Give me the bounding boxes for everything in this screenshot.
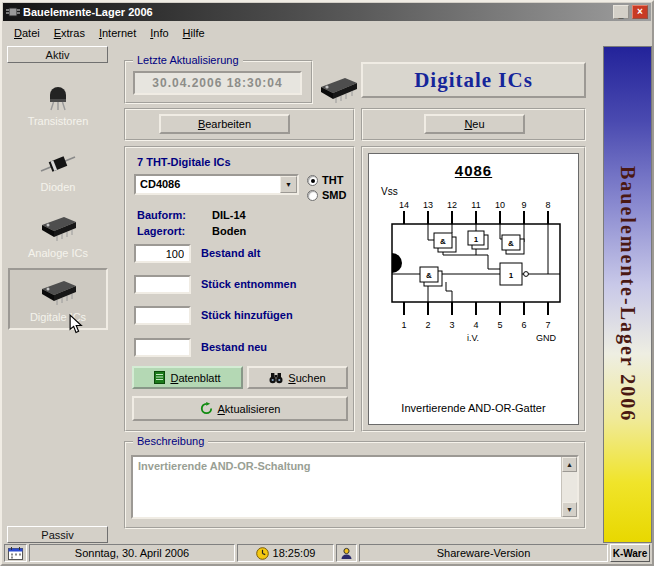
datasheet-button-label: Datenblatt [170,372,220,384]
menu-item-internet[interactable]: Internet [92,24,143,42]
radio-smd[interactable]: SMD [307,189,346,201]
dropdown-arrow-button[interactable]: ▼ [280,176,297,193]
description-group: Beschreibung Invertierende AND-OR-Schalt… [124,441,586,529]
last-update-title: Letzte Aktualisierung [133,54,243,66]
brand-label: K-Ware [613,548,648,559]
svg-text:2: 2 [425,320,430,330]
category-passive-header[interactable]: Passiv [7,526,108,543]
svg-text:8: 8 [545,200,550,210]
edit-button[interactable]: Bearbeiten [159,114,290,134]
clock-icon [256,547,269,560]
datasheet-button[interactable]: Datenblatt [132,366,243,389]
bestand-neu-label: Bestand neu [201,341,267,353]
bestand-alt-input[interactable] [134,244,191,263]
svg-text:i.V.: i.V. [466,333,478,343]
sidebar-item-label: Analoge ICs [28,247,88,259]
recycle-icon [200,402,213,415]
radio-smd-label: SMD [322,189,346,201]
scrollbar[interactable]: ▲ ▼ [561,457,577,517]
edit-group: Bearbeiten [124,108,355,141]
svg-text:1: 1 [473,235,478,244]
radio-tht[interactable]: THT [307,174,343,186]
chip-icon [315,74,361,104]
close-button[interactable]: × [632,5,648,19]
sidebar-item-analoge-ics[interactable]: Analoge ICs [8,202,108,264]
chip-icon [36,277,80,307]
svg-text:14: 14 [398,200,408,210]
new-button[interactable]: Neu [424,114,525,134]
stueck-entnommen-label: Stück entnommen [201,278,296,290]
new-group: Neu [361,108,586,141]
title-bar: Bauelemente-Lager 2006 _ × [3,3,651,21]
svg-text:GND: GND [536,333,557,343]
description-text: Invertierende AND-OR-Schaltung [133,457,577,475]
svg-text:&: & [440,237,446,246]
page-title: Digitale ICs [361,62,586,98]
chip-icon [36,213,80,243]
scroll-up-button[interactable]: ▲ [562,457,577,472]
arrow-up-icon: ▲ [566,461,573,468]
banner-text: Bauelemente-Lager 2006 [616,166,639,422]
stueck-hinzufuegen-input[interactable] [134,306,191,325]
svg-text:1: 1 [508,271,513,280]
scroll-down-button[interactable]: ▼ [562,502,577,517]
ic-caption: Invertierende AND-OR-Gatter [401,402,545,414]
menu-item-datei[interactable]: Datei [7,24,47,42]
part-select[interactable]: CD4086 ▼ [134,174,299,195]
bestand-neu-input[interactable] [134,338,191,357]
refresh-button-label: Aktualisieren [218,403,281,415]
binoculars-icon [269,372,283,384]
menu-item-hilfe[interactable]: Hilfe [176,24,212,42]
refresh-button[interactable]: Aktualisieren [132,396,348,421]
lagerort-value: Boden [212,225,246,237]
svg-text:7: 7 [545,320,550,330]
svg-text:6: 6 [521,320,526,330]
sidebar-item-digitale-ics[interactable]: Digitale ICs [8,268,108,330]
status-date-segment: Sonntag, 30. April 2006 [29,544,235,562]
sidebar-item-label: Dioden [41,181,76,193]
stueck-entnommen-input[interactable] [134,275,191,294]
mouse-cursor [68,314,84,334]
svg-text:3: 3 [449,320,454,330]
bauform-value: DIL-14 [212,209,246,221]
sidebar-item-dioden[interactable]: Dioden [8,136,108,198]
bestand-alt-label: Bestand alt [201,247,260,259]
transistor-icon [43,83,73,111]
new-button-label: Neu [464,118,484,130]
close-icon: × [637,7,643,17]
side-banner: Bauelemente-Lager 2006 [603,46,652,543]
radio-circle-checked [307,175,318,186]
menu-item-extras[interactable]: Extras [47,24,92,42]
search-button-label: Suchen [288,372,325,384]
ic-number: 4086 [455,162,492,179]
detail-group-title: 7 THT-Digitale ICs [137,156,231,168]
status-version: Shareware-Version [437,547,531,559]
svg-text:&: & [508,239,514,248]
status-time: 18:25:09 [273,547,316,559]
svg-text:13: 13 [422,200,432,210]
scrollbar-track [562,472,577,502]
app-icon [6,6,20,18]
sidebar-item-transistoren[interactable]: Transistoren [8,70,108,132]
svg-text:4: 4 [473,320,478,330]
status-calendar-segment [4,544,27,562]
menu-item-info[interactable]: Info [143,24,175,42]
datasheet-icon [154,371,165,384]
search-button[interactable]: Suchen [247,366,348,389]
app-window: Bauelemente-Lager 2006 _ × Datei Extras … [0,0,654,566]
category-active-header[interactable]: Aktiv [7,46,108,63]
description-title: Beschreibung [133,435,208,447]
pinout-group: 4086 Vss 14 13 12 11 10 9 8 [361,146,586,432]
description-textarea[interactable]: Invertierende AND-OR-Schaltung ▲ ▼ [131,455,579,519]
sidebar: Aktiv Transistoren Dioden [5,46,112,543]
status-time-segment: 18:25:09 [237,544,334,562]
status-bar: Sonntag, 30. April 2006 18:25:09 Sharewa… [3,542,651,563]
calendar-icon [8,547,23,560]
radio-tht-label: THT [322,174,343,186]
svg-text:&: & [426,271,432,280]
svg-text:1: 1 [401,320,406,330]
minimize-button[interactable]: _ [613,5,629,19]
last-update-value: 30.04.2006 18:30:04 [133,71,302,95]
status-version-segment: Shareware-Version [359,544,608,562]
last-update-group: Letzte Aktualisierung 30.04.2006 18:30:0… [124,60,313,104]
